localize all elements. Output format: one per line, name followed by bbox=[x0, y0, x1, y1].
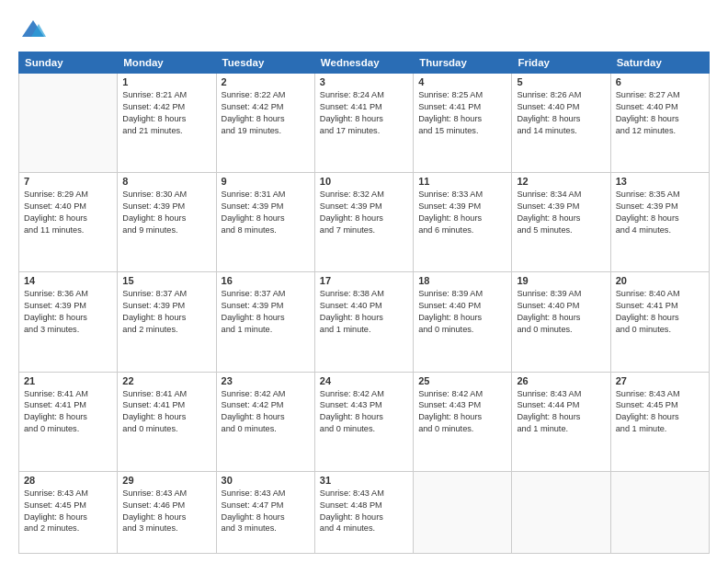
calendar-cell: 17Sunrise: 8:38 AMSunset: 4:40 PMDayligh… bbox=[314, 272, 413, 372]
calendar-cell: 4Sunrise: 8:25 AMSunset: 4:41 PMDaylight… bbox=[414, 74, 512, 173]
weekday-header-monday: Monday bbox=[118, 52, 216, 74]
logo-icon bbox=[20, 17, 46, 42]
day-info: Sunrise: 8:43 AMSunset: 4:48 PMDaylight:… bbox=[320, 488, 408, 535]
day-info: Sunrise: 8:21 AMSunset: 4:42 PMDaylight:… bbox=[122, 89, 210, 137]
day-number: 25 bbox=[418, 375, 506, 386]
day-number: 28 bbox=[24, 475, 112, 486]
weekday-header-friday: Friday bbox=[512, 52, 610, 74]
day-info: Sunrise: 8:39 AMSunset: 4:40 PMDaylight:… bbox=[517, 288, 605, 336]
day-info: Sunrise: 8:43 AMSunset: 4:44 PMDaylight:… bbox=[517, 388, 605, 436]
calendar-cell: 22Sunrise: 8:41 AMSunset: 4:41 PMDayligh… bbox=[118, 372, 216, 471]
weekday-header-row: SundayMondayTuesdayWednesdayThursdayFrid… bbox=[19, 52, 710, 74]
calendar-cell: 24Sunrise: 8:42 AMSunset: 4:43 PMDayligh… bbox=[314, 372, 413, 471]
header bbox=[18, 17, 710, 42]
calendar-cell bbox=[19, 74, 118, 173]
day-info: Sunrise: 8:42 AMSunset: 4:42 PMDaylight:… bbox=[222, 388, 310, 436]
day-number: 12 bbox=[517, 176, 605, 187]
day-info: Sunrise: 8:34 AMSunset: 4:39 PMDaylight:… bbox=[517, 189, 605, 236]
calendar-cell: 3Sunrise: 8:24 AMSunset: 4:41 PMDaylight… bbox=[314, 74, 413, 173]
day-info: Sunrise: 8:24 AMSunset: 4:41 PMDaylight:… bbox=[320, 89, 408, 137]
calendar-cell: 29Sunrise: 8:43 AMSunset: 4:46 PMDayligh… bbox=[118, 471, 216, 553]
day-number: 30 bbox=[222, 475, 310, 486]
calendar-cell: 31Sunrise: 8:43 AMSunset: 4:48 PMDayligh… bbox=[314, 471, 413, 553]
day-info: Sunrise: 8:43 AMSunset: 4:47 PMDaylight:… bbox=[222, 488, 310, 535]
day-info: Sunrise: 8:27 AMSunset: 4:40 PMDaylight:… bbox=[616, 89, 704, 137]
day-info: Sunrise: 8:41 AMSunset: 4:41 PMDaylight:… bbox=[24, 388, 112, 436]
calendar-cell: 26Sunrise: 8:43 AMSunset: 4:44 PMDayligh… bbox=[512, 372, 610, 471]
calendar-cell: 12Sunrise: 8:34 AMSunset: 4:39 PMDayligh… bbox=[512, 173, 610, 272]
day-info: Sunrise: 8:35 AMSunset: 4:39 PMDaylight:… bbox=[616, 189, 704, 236]
day-info: Sunrise: 8:40 AMSunset: 4:41 PMDaylight:… bbox=[616, 288, 704, 336]
day-number: 26 bbox=[517, 375, 605, 386]
day-info: Sunrise: 8:42 AMSunset: 4:43 PMDaylight:… bbox=[418, 388, 506, 436]
weekday-header-tuesday: Tuesday bbox=[216, 52, 314, 74]
weekday-header-sunday: Sunday bbox=[19, 52, 118, 74]
day-info: Sunrise: 8:25 AMSunset: 4:41 PMDaylight:… bbox=[418, 89, 506, 137]
day-number: 9 bbox=[222, 176, 310, 187]
day-number: 22 bbox=[122, 375, 210, 386]
day-info: Sunrise: 8:43 AMSunset: 4:46 PMDaylight:… bbox=[122, 488, 210, 535]
calendar-cell bbox=[414, 471, 512, 553]
day-number: 4 bbox=[418, 76, 506, 87]
day-info: Sunrise: 8:33 AMSunset: 4:39 PMDaylight:… bbox=[418, 189, 506, 236]
calendar-cell: 21Sunrise: 8:41 AMSunset: 4:41 PMDayligh… bbox=[19, 372, 118, 471]
day-number: 16 bbox=[222, 275, 310, 286]
calendar-cell: 18Sunrise: 8:39 AMSunset: 4:40 PMDayligh… bbox=[414, 272, 512, 372]
day-info: Sunrise: 8:29 AMSunset: 4:40 PMDaylight:… bbox=[24, 189, 112, 236]
calendar-cell: 8Sunrise: 8:30 AMSunset: 4:39 PMDaylight… bbox=[118, 173, 216, 272]
day-number: 3 bbox=[320, 76, 408, 87]
day-number: 24 bbox=[320, 375, 408, 386]
weekday-header-wednesday: Wednesday bbox=[314, 52, 413, 74]
day-info: Sunrise: 8:36 AMSunset: 4:39 PMDaylight:… bbox=[24, 288, 112, 336]
calendar-cell: 1Sunrise: 8:21 AMSunset: 4:42 PMDaylight… bbox=[118, 74, 216, 173]
day-info: Sunrise: 8:26 AMSunset: 4:40 PMDaylight:… bbox=[517, 89, 605, 137]
day-info: Sunrise: 8:41 AMSunset: 4:41 PMDaylight:… bbox=[122, 388, 210, 436]
day-number: 27 bbox=[616, 375, 704, 386]
calendar-cell: 23Sunrise: 8:42 AMSunset: 4:42 PMDayligh… bbox=[216, 372, 314, 471]
day-number: 21 bbox=[24, 375, 112, 386]
calendar-cell: 25Sunrise: 8:42 AMSunset: 4:43 PMDayligh… bbox=[414, 372, 512, 471]
day-number: 17 bbox=[320, 275, 408, 286]
calendar-cell: 9Sunrise: 8:31 AMSunset: 4:39 PMDaylight… bbox=[216, 173, 314, 272]
day-info: Sunrise: 8:39 AMSunset: 4:40 PMDaylight:… bbox=[418, 288, 506, 336]
day-info: Sunrise: 8:43 AMSunset: 4:45 PMDaylight:… bbox=[24, 488, 112, 535]
day-number: 11 bbox=[418, 176, 506, 187]
calendar-cell: 28Sunrise: 8:43 AMSunset: 4:45 PMDayligh… bbox=[19, 471, 118, 553]
calendar-cell: 27Sunrise: 8:43 AMSunset: 4:45 PMDayligh… bbox=[610, 372, 709, 471]
calendar-cell: 6Sunrise: 8:27 AMSunset: 4:40 PMDaylight… bbox=[610, 74, 709, 173]
day-info: Sunrise: 8:37 AMSunset: 4:39 PMDaylight:… bbox=[222, 288, 310, 336]
week-row-5: 28Sunrise: 8:43 AMSunset: 4:45 PMDayligh… bbox=[19, 471, 710, 553]
day-number: 8 bbox=[122, 176, 210, 187]
calendar-cell bbox=[610, 471, 709, 553]
calendar-cell: 5Sunrise: 8:26 AMSunset: 4:40 PMDaylight… bbox=[512, 74, 610, 173]
page: SundayMondayTuesdayWednesdayThursdayFrid… bbox=[0, 0, 728, 563]
day-info: Sunrise: 8:43 AMSunset: 4:45 PMDaylight:… bbox=[616, 388, 704, 436]
calendar-cell: 20Sunrise: 8:40 AMSunset: 4:41 PMDayligh… bbox=[610, 272, 709, 372]
week-row-1: 1Sunrise: 8:21 AMSunset: 4:42 PMDaylight… bbox=[19, 74, 710, 173]
day-number: 18 bbox=[418, 275, 506, 286]
calendar-cell: 11Sunrise: 8:33 AMSunset: 4:39 PMDayligh… bbox=[414, 173, 512, 272]
day-number: 1 bbox=[122, 76, 210, 87]
calendar-cell: 13Sunrise: 8:35 AMSunset: 4:39 PMDayligh… bbox=[610, 173, 709, 272]
day-number: 29 bbox=[122, 475, 210, 486]
day-info: Sunrise: 8:32 AMSunset: 4:39 PMDaylight:… bbox=[320, 189, 408, 236]
day-number: 31 bbox=[320, 475, 408, 486]
day-info: Sunrise: 8:38 AMSunset: 4:40 PMDaylight:… bbox=[320, 288, 408, 336]
day-number: 5 bbox=[517, 76, 605, 87]
day-info: Sunrise: 8:30 AMSunset: 4:39 PMDaylight:… bbox=[122, 189, 210, 236]
day-number: 23 bbox=[222, 375, 310, 386]
day-number: 15 bbox=[122, 275, 210, 286]
day-number: 2 bbox=[222, 76, 310, 87]
weekday-header-saturday: Saturday bbox=[610, 52, 709, 74]
calendar-cell: 10Sunrise: 8:32 AMSunset: 4:39 PMDayligh… bbox=[314, 173, 413, 272]
calendar-cell: 7Sunrise: 8:29 AMSunset: 4:40 PMDaylight… bbox=[19, 173, 118, 272]
calendar-cell bbox=[512, 471, 610, 553]
day-info: Sunrise: 8:22 AMSunset: 4:42 PMDaylight:… bbox=[222, 89, 310, 137]
calendar-cell: 2Sunrise: 8:22 AMSunset: 4:42 PMDaylight… bbox=[216, 74, 314, 173]
day-number: 19 bbox=[517, 275, 605, 286]
day-number: 10 bbox=[320, 176, 408, 187]
day-number: 13 bbox=[616, 176, 704, 187]
day-info: Sunrise: 8:42 AMSunset: 4:43 PMDaylight:… bbox=[320, 388, 408, 436]
day-info: Sunrise: 8:37 AMSunset: 4:39 PMDaylight:… bbox=[122, 288, 210, 336]
day-number: 20 bbox=[616, 275, 704, 286]
